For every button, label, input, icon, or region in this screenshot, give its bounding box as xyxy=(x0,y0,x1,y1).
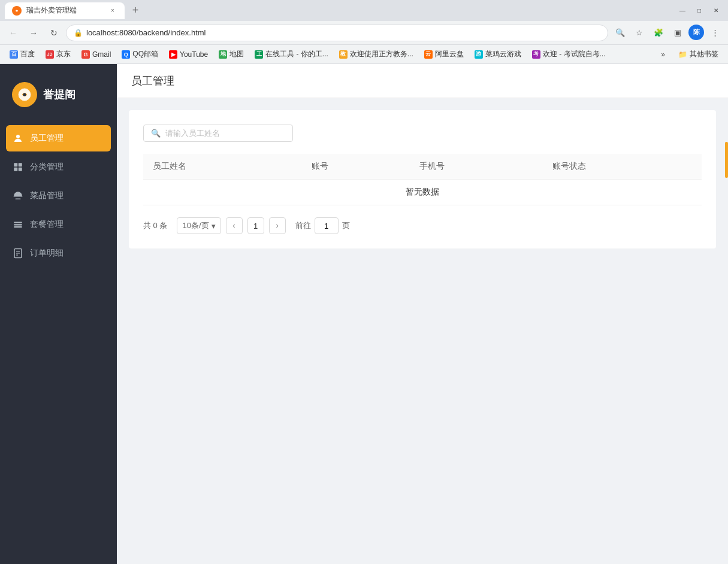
bookmark-edu-label: 欢迎使用正方教务... xyxy=(350,49,413,59)
address-bar[interactable]: 🔒 localhost:8080/backend/index.html xyxy=(66,25,608,41)
content-area: 🔍 员工姓名 账号 手机号 账号状态 xyxy=(117,98,728,260)
pagination-total: 共 0 条 xyxy=(143,220,167,231)
bookmark-baidu[interactable]: 百 百度 xyxy=(5,47,40,61)
data-table: 员工姓名 账号 手机号 账号状态 暂无数据 xyxy=(143,154,702,205)
current-page-number: 1 xyxy=(247,217,264,234)
gmail-favicon: G xyxy=(81,50,90,59)
forward-button[interactable]: → xyxy=(25,25,42,41)
new-tab-button[interactable]: + xyxy=(127,2,144,19)
edu-favicon: 教 xyxy=(339,50,348,59)
empty-text: 暂无数据 xyxy=(143,180,702,205)
search-input[interactable] xyxy=(165,129,285,138)
logo-icon xyxy=(12,82,37,107)
close-button[interactable]: ✕ xyxy=(709,4,723,18)
bookmark-baidu-label: 百度 xyxy=(20,49,35,59)
sidebar: 誉提阁 员工管理 xyxy=(0,64,117,564)
sidebar-item-order-label: 订单明细 xyxy=(30,248,64,259)
bookmark-jd[interactable]: JD 京东 xyxy=(41,47,75,61)
setmeal-icon xyxy=(12,219,24,231)
bookmark-folder-others[interactable]: 📁 其他书签 xyxy=(673,47,723,61)
dropdown-arrow-icon: ▾ xyxy=(212,222,216,231)
prev-page-button[interactable]: ‹ xyxy=(226,217,243,234)
jump-label-after: 页 xyxy=(342,220,350,231)
svg-rect-12 xyxy=(14,226,22,228)
svg-point-2 xyxy=(23,93,26,96)
bookmark-game[interactable]: 游 菜鸡云游戏 xyxy=(470,47,526,61)
map-favicon: 地 xyxy=(219,50,227,59)
next-page-button[interactable]: › xyxy=(269,217,286,234)
svg-rect-4 xyxy=(14,163,17,166)
sidebar-item-dish-label: 菜品管理 xyxy=(30,190,64,201)
col-account: 账号 xyxy=(302,154,410,180)
page-jump-input[interactable] xyxy=(315,217,339,234)
page-jump: 前往 页 xyxy=(295,217,350,234)
page-size-select[interactable]: 10条/页 ▾ xyxy=(177,217,220,234)
bookmark-map[interactable]: 地 地图 xyxy=(214,47,249,61)
bookmark-game-label: 菜鸡云游戏 xyxy=(485,49,521,59)
bookmark-exam[interactable]: 考 欢迎 - 考试院自考... xyxy=(527,47,611,61)
svg-rect-7 xyxy=(19,168,22,171)
sidebar-item-staff[interactable]: 员工管理 xyxy=(6,125,111,151)
minimize-button[interactable]: — xyxy=(675,4,690,18)
svg-rect-10 xyxy=(14,222,22,223)
bookmarks-right: 📁 其他书签 xyxy=(673,47,723,61)
order-icon xyxy=(12,247,24,259)
bookmark-map-label: 地图 xyxy=(229,49,244,59)
svg-point-3 xyxy=(16,135,20,138)
bookmark-exam-label: 欢迎 - 考试院自考... xyxy=(543,49,606,59)
qqmail-favicon: Q xyxy=(122,50,130,59)
bookmark-gmail[interactable]: G Gmail xyxy=(77,48,116,60)
sidebar-item-category-label: 分类管理 xyxy=(30,162,64,172)
staff-icon xyxy=(12,132,24,144)
bookmarks-more-button[interactable]: » xyxy=(656,48,670,60)
sidebar-item-staff-label: 员工管理 xyxy=(30,133,64,144)
baidu-favicon: 百 xyxy=(10,50,18,59)
svg-rect-9 xyxy=(16,199,21,200)
bookmark-qqmail[interactable]: Q QQ邮箱 xyxy=(117,47,163,61)
bookmark-tools[interactable]: 工 在线工具 - 你的工... xyxy=(250,47,333,61)
page-header: 员工管理 xyxy=(117,64,728,98)
sidebar-toggle-icon[interactable]: ▣ xyxy=(669,25,686,41)
bookmark-icon[interactable]: ☆ xyxy=(631,25,648,41)
sidebar-item-dish[interactable]: 菜品管理 xyxy=(0,183,117,209)
maximize-button[interactable]: □ xyxy=(692,4,706,18)
profile-button[interactable]: 陈 xyxy=(688,25,704,40)
window-controls: — □ ✕ xyxy=(675,4,723,18)
bookmark-aliyun-label: 阿里云盘 xyxy=(435,49,464,59)
col-phone: 手机号 xyxy=(410,154,543,180)
sidebar-item-setmeal[interactable]: 套餐管理 xyxy=(0,211,117,238)
bookmark-folder-label: 其他书签 xyxy=(690,49,718,59)
bookmark-youtube[interactable]: ▶ YouTube xyxy=(164,48,213,60)
table-header-row: 员工姓名 账号 手机号 账号状态 xyxy=(143,154,702,180)
sidebar-item-category[interactable]: 分类管理 xyxy=(0,154,117,180)
search-toolbar-icon[interactable]: 🔍 xyxy=(612,25,629,41)
bookmark-edu[interactable]: 教 欢迎使用正方教务... xyxy=(334,47,418,61)
bookmark-gmail-label: Gmail xyxy=(92,50,111,59)
tab-close-button[interactable]: × xyxy=(108,6,117,16)
tab-favicon xyxy=(12,6,22,16)
search-input-wrap[interactable]: 🔍 xyxy=(143,125,293,142)
reload-button[interactable]: ↻ xyxy=(46,25,62,41)
lock-icon: 🔒 xyxy=(74,29,83,37)
table-header: 员工姓名 账号 手机号 账号状态 xyxy=(143,154,702,180)
empty-row: 暂无数据 xyxy=(143,180,702,205)
tab-title: 瑞吉外卖管理端 xyxy=(26,5,103,16)
app-container: 誉提阁 员工管理 xyxy=(0,64,728,564)
youtube-favicon: ▶ xyxy=(169,50,177,59)
url-text: localhost:8080/backend/index.html xyxy=(86,28,600,37)
svg-rect-5 xyxy=(19,163,22,166)
svg-rect-8 xyxy=(14,196,23,197)
browser-chrome: 瑞吉外卖管理端 × + — □ ✕ ← → ↻ 🔒 localhost:8080… xyxy=(0,0,728,64)
bookmarks-bar: 百 百度 JD 京东 G Gmail Q QQ邮箱 ▶ YouTube 地 地图… xyxy=(0,45,728,64)
extensions-icon[interactable]: 🧩 xyxy=(650,25,667,41)
bookmark-aliyun[interactable]: 云 阿里云盘 xyxy=(419,47,469,61)
nav-menu: 员工管理 分类管理 xyxy=(0,125,117,266)
menu-icon[interactable]: ⋮ xyxy=(706,25,723,41)
browser-tab[interactable]: 瑞吉外卖管理端 × xyxy=(5,2,125,19)
scroll-indicator[interactable] xyxy=(725,142,728,178)
col-status: 账号状态 xyxy=(543,154,702,180)
aliyun-favicon: 云 xyxy=(424,50,433,59)
toolbar-icons: 🔍 ☆ 🧩 ▣ 陈 ⋮ xyxy=(612,25,723,41)
back-button[interactable]: ← xyxy=(5,25,22,41)
sidebar-item-order[interactable]: 订单明细 xyxy=(0,240,117,266)
